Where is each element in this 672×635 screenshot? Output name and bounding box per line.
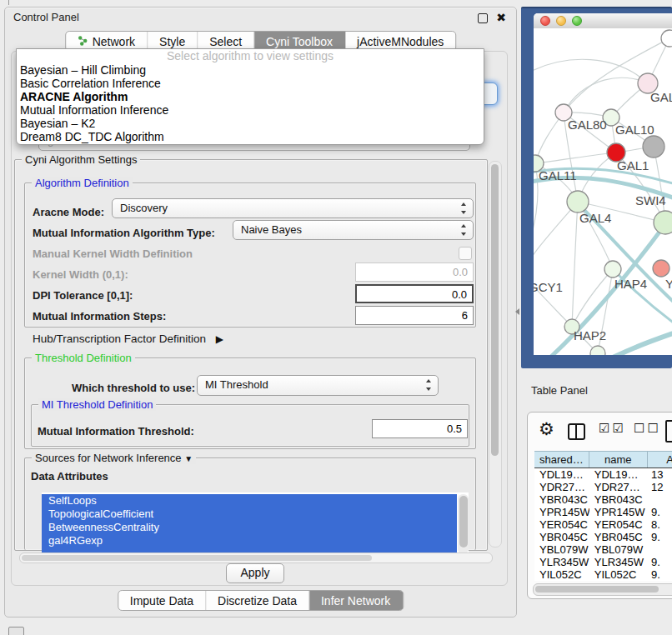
table-cell[interactable]: 9.	[648, 556, 672, 568]
close-icon[interactable]: ✖	[496, 10, 506, 25]
table-cell[interactable]: YBR045C	[589, 531, 648, 543]
settings-horizontal-scrollbar[interactable]	[19, 552, 493, 563]
network-node-y[interactable]	[653, 260, 669, 277]
close-traffic-light-icon[interactable]	[540, 16, 550, 26]
network-node-swi4[interactable]	[654, 211, 672, 234]
table-cell[interactable]: YBR043C	[589, 493, 648, 506]
table-cell[interactable]: YBR045C	[534, 531, 589, 543]
mi-type-combo[interactable]: Naive Bayes	[233, 220, 474, 240]
table-cell[interactable]: 9.	[648, 531, 672, 543]
bottom-tab-infer-network[interactable]: Infer Network	[309, 591, 403, 610]
table-row[interactable]: YDL19…YDL19…13	[534, 468, 672, 481]
panel-splitter-arrow-icon[interactable]	[515, 308, 519, 315]
algorithm-option[interactable]: Mutual Information Inference	[17, 103, 484, 117]
table-row[interactable]: YER054CYER054C8.	[534, 518, 672, 531]
zoom-traffic-light-icon[interactable]	[572, 16, 582, 26]
algorithm-popup-placeholder[interactable]: Select algorithm to view settings	[17, 49, 484, 63]
table-cell[interactable]: YBL079W	[589, 543, 648, 556]
attributes-scrollbar[interactable]	[458, 494, 469, 554]
data-attribute-item[interactable]: gal4RGexp	[42, 534, 457, 548]
attributes-scrollbar-thumb[interactable]	[459, 496, 468, 548]
table-cell[interactable]: YDL19…	[589, 468, 648, 481]
table-cell[interactable]: YIL052C	[589, 568, 648, 581]
column-layout-icon[interactable]	[568, 423, 585, 440]
bottom-tab-discretize-data[interactable]: Discretize Data	[206, 591, 309, 610]
network-node-gal4[interactable]	[567, 191, 589, 212]
sources-title-text: Sources for Network Inference	[35, 452, 182, 464]
network-edge	[534, 202, 578, 272]
network-canvas[interactable]: GALGAL80GAL10GAL1GAL11GAL4SWI4HAP4YGCY1H…	[534, 28, 672, 355]
table-cell[interactable]: YPR145W	[534, 506, 589, 518]
column-header[interactable]: A	[648, 452, 672, 468]
table-cell[interactable]: 9.	[648, 506, 672, 518]
table-row[interactable]: YBL079WYBL079W	[534, 543, 672, 556]
minimized-panel-icon[interactable]	[8, 627, 24, 635]
table-cell[interactable]: YLR345W	[534, 556, 589, 568]
table-cell[interactable]: YER054C	[589, 518, 648, 531]
table-row[interactable]: YBR045CYBR045C9.	[534, 531, 672, 543]
deselect-checks-icon[interactable]: ☐☐	[634, 421, 661, 436]
algorithm-option[interactable]: Bayesian – K2	[17, 117, 484, 130]
table-cell[interactable]: 13	[648, 468, 672, 481]
expand-down-icon[interactable]: ▼	[184, 454, 193, 463]
kernel-width-field[interactable]: 0.0	[355, 262, 474, 282]
minimize-traffic-light-icon[interactable]	[556, 16, 566, 26]
table-row[interactable]: YDR27…YDR27…12	[534, 481, 672, 493]
table-cell[interactable]: 12	[648, 481, 672, 493]
table-cell[interactable]: YPR145W	[589, 506, 648, 518]
network-graph[interactable]: GALGAL80GAL10GAL1GAL11GAL4SWI4HAP4YGCY1H…	[534, 28, 672, 355]
table-cell[interactable]: YBR043C	[534, 493, 589, 506]
table-row[interactable]: YBR043CYBR043C	[534, 493, 672, 506]
network-node-hap4[interactable]	[604, 261, 621, 278]
aracne-mode-label: Aracne Mode:	[33, 206, 104, 218]
table-cell[interactable]	[648, 543, 672, 556]
table-cell[interactable]: YBL079W	[534, 543, 589, 556]
algorithm-option[interactable]: Basic Correlation Inference	[17, 77, 484, 90]
table-cell[interactable]	[648, 493, 672, 506]
table-hscrollbar-thumb[interactable]	[535, 586, 659, 592]
settings-vertical-scrollbar[interactable]	[489, 161, 502, 548]
aracne-mode-combo[interactable]: Discovery	[112, 198, 474, 218]
column-header[interactable]: name	[589, 452, 648, 468]
manual-kernel-checkbox[interactable]	[459, 247, 472, 260]
algorithm-option[interactable]: Dream8 DC_TDC Algorithm	[17, 130, 484, 143]
network-node-label: GAL10	[615, 122, 654, 137]
which-threshold-combo[interactable]: MI Threshold	[197, 375, 439, 396]
settings-hscrollbar-thumb[interactable]	[22, 555, 372, 561]
data-attribute-item[interactable]: TopologicalCoefficient	[42, 508, 457, 521]
table-cell[interactable]: 9.	[648, 568, 672, 581]
column-header[interactable]: shared…	[534, 452, 589, 468]
table-horizontal-scrollbar[interactable]	[533, 583, 672, 596]
hub-section[interactable]: Hub/Transcription Factor Definition ▶	[33, 332, 223, 345]
mi-steps-field[interactable]: 6	[355, 306, 474, 325]
network-node[interactable]	[661, 30, 672, 47]
data-attribute-item[interactable]: BetweennessCentrality	[42, 521, 457, 534]
data-attribute-item[interactable]: SelfLoops	[42, 494, 457, 508]
settings-gear-icon[interactable]: ⚙	[539, 419, 554, 439]
dpi-tolerance-field[interactable]: 0.0	[355, 284, 474, 303]
table-cell[interactable]: YDR27…	[589, 481, 648, 493]
sources-title[interactable]: Sources for Network Inference ▼	[32, 452, 196, 464]
settings-scrollbar-thumb[interactable]	[491, 164, 499, 456]
table-cell[interactable]: 8.	[648, 518, 672, 531]
network-window-titlebar[interactable]	[534, 13, 672, 29]
table-row[interactable]: YLR345WYLR345W9.	[534, 556, 672, 568]
table-cell[interactable]: YDL19…	[534, 468, 589, 481]
table-cell[interactable]: YIL052C	[534, 568, 589, 581]
export-table-icon[interactable]	[665, 420, 672, 442]
expand-right-icon[interactable]: ▶	[216, 333, 223, 345]
bottom-tab-impute-data[interactable]: Impute Data	[118, 591, 206, 610]
table-row[interactable]: YIL052CYIL052C9.	[534, 568, 672, 581]
table-cell[interactable]: YER054C	[534, 518, 589, 531]
algorithm-option[interactable]: Bayesian – Hill Climbing	[17, 63, 484, 77]
table-cell[interactable]: YDR27…	[534, 481, 589, 493]
table-cell[interactable]: YLR345W	[589, 556, 648, 568]
apply-button[interactable]: Apply	[226, 563, 284, 583]
mi-threshold-field[interactable]: 0.5	[372, 419, 468, 438]
table-row[interactable]: YPR145WYPR145W9.	[534, 506, 672, 518]
select-all-checks-icon[interactable]: ☑☑	[599, 421, 626, 436]
network-node[interactable]	[643, 136, 664, 158]
network-node[interactable]	[590, 346, 605, 355]
algorithm-option[interactable]: ARACNE Algorithm	[17, 90, 484, 103]
float-window-icon[interactable]	[478, 13, 488, 23]
